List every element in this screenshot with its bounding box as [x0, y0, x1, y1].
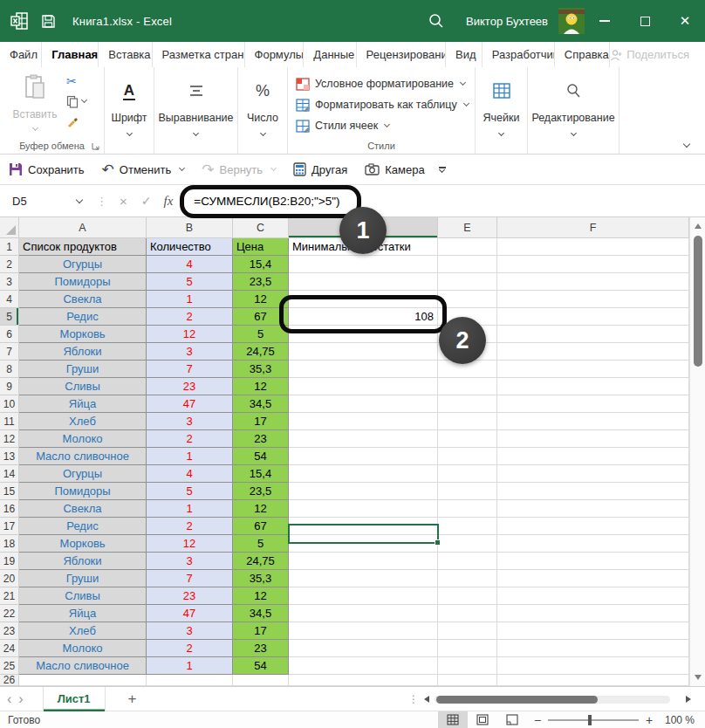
scroll-up-arrow[interactable]: [695, 223, 702, 229]
row-header-19[interactable]: 19: [0, 553, 19, 570]
vertical-scroll-thumb[interactable]: [694, 236, 702, 367]
cell-D21[interactable]: [289, 587, 438, 605]
save-button[interactable]: Сохранить: [0, 155, 93, 184]
excel-app-icon[interactable]: [10, 11, 29, 31]
cell-E14[interactable]: [438, 465, 497, 483]
row-header-7[interactable]: 7: [0, 343, 19, 361]
cell-A22[interactable]: Яйца: [19, 605, 147, 622]
cell-C22[interactable]: 34,5: [233, 605, 289, 622]
cell-A20[interactable]: Груши: [19, 570, 147, 587]
cell-A23[interactable]: Хлеб: [19, 622, 147, 640]
cell-C20[interactable]: 35,3: [233, 570, 289, 587]
cell-F23[interactable]: [497, 622, 689, 640]
cell-D10[interactable]: [289, 395, 438, 413]
ribbon-group-font[interactable]: А Шрифт: [105, 67, 154, 154]
search-icon[interactable]: [428, 13, 444, 29]
row-header-23[interactable]: 23: [0, 622, 19, 640]
redo-dropdown[interactable]: [270, 165, 277, 171]
cell-D17[interactable]: [289, 518, 438, 535]
cell-C18[interactable]: 5: [233, 535, 289, 553]
cell-F8[interactable]: [497, 361, 689, 378]
undo-dropdown[interactable]: [179, 165, 185, 171]
cell-D11[interactable]: [289, 413, 438, 430]
cell-E2[interactable]: [438, 256, 497, 273]
paste-dropdown[interactable]: [31, 125, 38, 131]
cell-D19[interactable]: [289, 553, 438, 570]
cell-F5[interactable]: [497, 308, 689, 326]
cell-B15[interactable]: 5: [147, 483, 233, 500]
row-header-1[interactable]: 1: [0, 238, 19, 256]
cell-B19[interactable]: 3: [147, 553, 233, 570]
cell-B8[interactable]: 7: [147, 361, 233, 378]
cell-F14[interactable]: [497, 465, 689, 483]
cell-A7[interactable]: Яблоки: [19, 343, 147, 361]
horizontal-scrollbar[interactable]: [424, 692, 691, 706]
cell-styles-button[interactable]: Стили ячеек: [296, 115, 475, 136]
ribbon-group-alignment[interactable]: Выравнивание: [154, 67, 238, 154]
cell-E24[interactable]: [438, 640, 497, 657]
cell-C19[interactable]: 24,75: [233, 553, 289, 570]
cell-C2[interactable]: 15,4: [233, 256, 289, 273]
cell-D2[interactable]: [289, 256, 438, 273]
cell-C14[interactable]: 15,4: [233, 465, 289, 483]
cell-F16[interactable]: [497, 500, 689, 518]
cell-F11[interactable]: [497, 413, 689, 430]
tab-formulas[interactable]: Формулы: [245, 42, 305, 67]
row-header-25[interactable]: 25: [0, 657, 19, 675]
cancel-entry-icon[interactable]: ×: [120, 194, 127, 209]
sheet-tab-list1[interactable]: Лист1: [43, 687, 106, 711]
column-header-A[interactable]: A: [19, 217, 147, 238]
cell-D13[interactable]: [289, 448, 438, 465]
tab-file[interactable]: Файл: [0, 42, 42, 67]
qat-customize-button[interactable]: [439, 167, 446, 171]
prev-sheet-arrow[interactable]: ‹: [0, 691, 18, 707]
cell-B23[interactable]: 3: [147, 622, 233, 640]
cell-A1[interactable]: Список продуктов: [19, 238, 147, 256]
cell-F20[interactable]: [497, 570, 689, 587]
row-header-15[interactable]: 15: [0, 483, 19, 500]
cell-B10[interactable]: 47: [147, 395, 233, 413]
cell-C11[interactable]: 17: [233, 413, 289, 430]
cell-F25[interactable]: [497, 657, 689, 675]
selected-cell-D5[interactable]: 108: [289, 308, 438, 326]
name-box-chevron[interactable]: [76, 196, 83, 203]
copy-button[interactable]: [66, 94, 86, 108]
tab-page-layout[interactable]: Разметка страниц: [153, 42, 245, 67]
cell-D8[interactable]: [289, 361, 438, 378]
cell-F19[interactable]: [497, 553, 689, 570]
cell-E11[interactable]: [438, 413, 497, 430]
cell-F24[interactable]: [497, 640, 689, 657]
cell-B11[interactable]: 3: [147, 413, 233, 430]
cell-C3[interactable]: 23,5: [233, 273, 289, 291]
cell-B20[interactable]: 7: [147, 570, 233, 587]
cell-A21[interactable]: Сливы: [19, 587, 147, 605]
avatar[interactable]: [558, 8, 585, 34]
cell-B16[interactable]: 1: [147, 500, 233, 518]
tab-insert[interactable]: Вставка: [99, 42, 152, 67]
cell-F22[interactable]: [497, 605, 689, 622]
redo-button[interactable]: ↷ Вернуть: [193, 155, 284, 184]
tab-developer[interactable]: Разработчик: [483, 42, 555, 67]
row-header-18[interactable]: 18: [0, 535, 19, 553]
number-group-chevron[interactable]: [259, 130, 265, 136]
zoom-in-button[interactable]: +: [639, 713, 660, 727]
share-button[interactable]: Поделиться: [610, 42, 705, 67]
cells-group-chevron[interactable]: [498, 130, 504, 136]
horizontal-scroll-thumb[interactable]: [436, 696, 598, 704]
select-all-corner[interactable]: [0, 217, 19, 238]
formula-input[interactable]: =СУММЕСЛИ(B2:B20;">5"): [194, 195, 339, 208]
cell-D23[interactable]: [289, 622, 438, 640]
column-header-E[interactable]: E: [438, 217, 497, 238]
format-as-table-button[interactable]: Форматировать как таблицу: [296, 94, 475, 115]
confirm-entry-icon[interactable]: ✓: [141, 194, 152, 208]
cell-C17[interactable]: 67: [233, 518, 289, 535]
titlebar-save-icon[interactable]: [41, 14, 56, 29]
cell-F7[interactable]: [497, 343, 689, 361]
cell-E21[interactable]: [438, 587, 497, 605]
zoom-slider-thumb[interactable]: [588, 715, 592, 725]
zoom-level[interactable]: 100 %: [660, 714, 705, 726]
row-header-13[interactable]: 13: [0, 448, 19, 465]
tab-bar-divider-dots[interactable]: ⋮: [408, 693, 419, 705]
cell-A9[interactable]: Сливы: [19, 378, 147, 395]
cell-F21[interactable]: [497, 587, 689, 605]
